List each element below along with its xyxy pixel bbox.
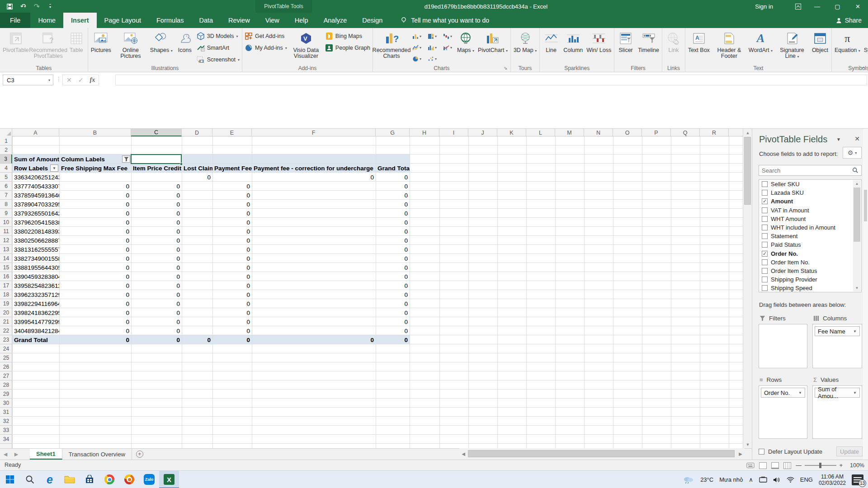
share-button[interactable]: Share (835, 13, 862, 28)
zoom-thumb[interactable] (819, 463, 821, 468)
pivot-value[interactable]: 0 (59, 281, 131, 290)
column-header-c[interactable]: C (131, 129, 182, 136)
dialog-launcher-icon[interactable]: ⇘ (504, 66, 509, 71)
field-item-shipping-speed[interactable]: Shipping Speed (759, 284, 861, 292)
row-header-1[interactable]: 1 (0, 136, 12, 145)
chart-pie-button[interactable]: ▾ (409, 53, 425, 65)
taskbar-excel-icon[interactable]: X (159, 471, 179, 488)
pivot-value[interactable]: 0 (59, 308, 131, 317)
field-item-wht-included-in-amount[interactable]: WHT included in Amount (759, 223, 861, 232)
header-footer-button[interactable]: Header & Footer (712, 30, 747, 64)
pivot-value[interactable]: 0 (131, 236, 182, 245)
row-header-16[interactable]: 16 (0, 272, 12, 281)
pivot-value[interactable]: 0 (131, 317, 182, 326)
page-break-view-icon[interactable] (783, 462, 791, 469)
select-all-corner[interactable] (0, 129, 12, 136)
scroll-right-icon[interactable]: ▶ (736, 451, 745, 456)
get-add-ins-button[interactable]: Get Add-ins (243, 31, 288, 41)
column-header-g[interactable]: G (376, 129, 410, 136)
taskbar-edge-icon[interactable]: e (40, 471, 60, 488)
field-search-input[interactable]: Search (759, 165, 862, 176)
pivot-value[interactable]: 0 (376, 281, 410, 290)
pivot-value[interactable]: 0 (212, 299, 252, 308)
field-checkbox-lazada-sku[interactable] (762, 190, 768, 196)
row-header-5[interactable]: 5 (0, 173, 12, 182)
weather-temp[interactable]: 23°C (700, 476, 713, 483)
pivot-value[interactable]: 0 (376, 245, 410, 254)
3d-models-button[interactable]: 3D Models▾ (195, 31, 241, 41)
row-header-2[interactable]: 2 (0, 145, 12, 155)
filters-area-box[interactable] (759, 324, 807, 368)
symbol-button[interactable]: ΩSymbol (862, 30, 868, 64)
pivot-row-label[interactable]: 339954147792995 (12, 317, 59, 326)
pane-scroll-thumb[interactable] (864, 190, 867, 221)
scroll-down-icon[interactable]: ▼ (743, 441, 752, 448)
pivot-value[interactable]: 0 (59, 218, 131, 227)
column-header-m[interactable]: M (555, 129, 584, 136)
field-item-statement[interactable]: Statement (759, 232, 861, 240)
row-header-21[interactable]: 21 (0, 317, 12, 326)
field-checkbox-vat-in-amount[interactable] (762, 207, 768, 213)
pivot-value[interactable]: 0 (212, 182, 252, 191)
pivot-value[interactable]: 0 (212, 326, 252, 335)
pivot-value[interactable]: 0 (376, 308, 410, 317)
notification-center-icon[interactable]: 13 (852, 474, 863, 485)
pivot-value[interactable]: 0 (212, 263, 252, 272)
chart-combo-button[interactable]: ▾ (440, 42, 455, 53)
pivot-cell-sum-of-amount[interactable]: Sum of Amount (12, 155, 59, 164)
taskbar-chrome-icon[interactable] (99, 471, 119, 488)
icons-button[interactable]: Icons (175, 30, 195, 64)
tab-view[interactable]: View (258, 13, 287, 28)
chart-scatter-button[interactable]: ▾ (425, 53, 440, 65)
columns-chip-fee-name[interactable]: Fee Name▼ (815, 326, 860, 336)
speaker-icon[interactable] (773, 477, 781, 483)
pivot-value[interactable]: 0 (131, 272, 182, 281)
row-header-30[interactable]: 30 (0, 399, 12, 408)
field-item-seller-sku[interactable]: Seller SKU (759, 180, 861, 188)
people-graph-button[interactable]: People Graph (324, 43, 372, 53)
pivot-value[interactable]: 0 (131, 335, 182, 344)
column-header-h[interactable]: H (410, 129, 439, 136)
field-item-wht-amount[interactable]: WHT Amount (759, 215, 861, 223)
column-header-n[interactable]: N (584, 129, 613, 136)
row-header-25[interactable]: 25 (0, 353, 12, 362)
object-button[interactable]: Object (810, 30, 830, 64)
rows-area-box[interactable]: Order No.▼ (759, 385, 807, 439)
sheet-nav-left-icon[interactable]: ◀ (0, 449, 11, 460)
pivot-value[interactable]: 0 (212, 245, 252, 254)
column-labels-filter-button[interactable] (122, 155, 130, 163)
pivot-value[interactable]: 0 (59, 326, 131, 335)
tray-chevron-icon[interactable]: ∧ (749, 476, 753, 483)
pivot-value[interactable]: 0 (212, 218, 252, 227)
pane-close-icon[interactable]: ✕ (854, 135, 860, 142)
pivot-value[interactable]: 0 (212, 335, 252, 344)
pivot-value[interactable]: 0 (376, 290, 410, 299)
column-button[interactable]: Column (561, 30, 585, 64)
taskbar-zalo-icon[interactable]: Zalo (139, 471, 159, 488)
tab-analyze[interactable]: Analyze (316, 13, 355, 28)
field-checkbox-statement[interactable] (762, 233, 768, 239)
pivot-value[interactable]: 0 (59, 209, 131, 218)
tab-help[interactable]: Help (287, 13, 316, 28)
vertical-scroll-thumb[interactable] (744, 137, 751, 205)
tell-me-box[interactable]: Tell me what you want to do (390, 13, 489, 28)
pivot-value[interactable]: 0 (59, 191, 131, 200)
column-header-q[interactable]: Q (671, 129, 700, 136)
pane-scrollbar[interactable] (863, 129, 868, 460)
pivot-row-label[interactable]: 337890470332958 (12, 200, 59, 209)
wifi-icon[interactable] (787, 477, 794, 483)
pivot-value[interactable]: 0 (376, 272, 410, 281)
pivot-value[interactable]: 0 (212, 308, 252, 317)
pivot-value[interactable]: 0 (59, 182, 131, 191)
pivot-row-label[interactable]: 338025066288871 (12, 236, 59, 245)
pivot-header-payment-fee-correction-for-undercharge[interactable]: Payment fee - correction for undercharge (252, 164, 376, 173)
row-header-11[interactable]: 11 (0, 227, 12, 236)
recommended-charts-button[interactable]: ?Recommended Charts (374, 30, 409, 64)
row-header-34[interactable]: 34 (0, 435, 12, 444)
field-checkbox-order-item-no[interactable] (762, 259, 768, 265)
rows-chip-order-no[interactable]: Order No.▼ (761, 388, 805, 398)
row-header-17[interactable]: 17 (0, 281, 12, 290)
column-header-o[interactable]: O (613, 129, 642, 136)
taskbar-file-explorer-icon[interactable] (60, 471, 80, 488)
field-item-lazada-sku[interactable]: Lazada SKU (759, 188, 861, 197)
